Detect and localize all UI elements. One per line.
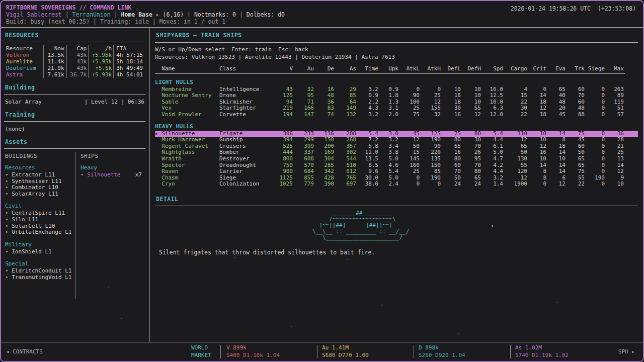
ship-row[interactable]: SpecterDreadnought7505702855108.54.61601… bbox=[155, 162, 638, 169]
ship-row[interactable]: ChasmSiege112585542876530.05.0019050653.… bbox=[155, 175, 638, 182]
ship-description: Silent frigates that throw distorted sil… bbox=[159, 249, 638, 256]
ship-stat: 119 bbox=[605, 99, 624, 106]
ship-stat: 16 bbox=[441, 112, 461, 118]
ship-class: Dreadnought bbox=[219, 162, 270, 169]
ship-row[interactable]: Nocturne SentryDrone1259548850.91.890251… bbox=[155, 93, 638, 99]
ship-cost: 765 bbox=[334, 175, 356, 182]
ship-cost: 750 bbox=[270, 162, 293, 169]
ship-cost: 32 bbox=[293, 86, 314, 93]
ship-stat: 0 bbox=[585, 99, 605, 106]
ship-stat: 0 bbox=[398, 175, 420, 182]
building-item-label: Synthesiser L11 bbox=[12, 178, 61, 185]
building-group-title: Resources bbox=[5, 164, 73, 171]
ship-cost: 43 bbox=[270, 86, 293, 93]
ship-row[interactable]: ▸ SilhouetteFrigate3062331162085.43.0451… bbox=[155, 131, 638, 137]
ship-row[interactable]: WraithDestroyer80060830454413.55.0145135… bbox=[155, 156, 638, 162]
ship-stat: 10 bbox=[461, 86, 481, 93]
ship-cost: 855 bbox=[293, 175, 314, 182]
ship-stat: 1.4 bbox=[481, 181, 503, 188]
resource-cap: 43k bbox=[66, 58, 89, 65]
resource-rate: ↑5.5k bbox=[88, 65, 113, 71]
bullet-icon: • bbox=[5, 223, 12, 229]
ship-stat: 4.7 bbox=[481, 156, 503, 162]
bullet-icon: • bbox=[5, 229, 12, 235]
ship-row[interactable]: CryoColonization102577939069738.02.40024… bbox=[155, 181, 638, 188]
ship-stat: 100 bbox=[398, 99, 420, 106]
ship-column-header: Max bbox=[605, 66, 624, 72]
ship-row[interactable]: VexStarfighter219166831494.33.1251553055… bbox=[155, 105, 638, 112]
ship-stat: 65 bbox=[441, 143, 461, 150]
ship-stat: 9 bbox=[605, 175, 624, 182]
ship-stat: 12.0 bbox=[481, 112, 503, 118]
ship-stat: 30 bbox=[441, 105, 461, 112]
ship-stat: 12 bbox=[398, 137, 420, 143]
ship-column-header: Time bbox=[356, 66, 378, 72]
ship-row[interactable]: Regent CaravelCruisers5253992003575.83.4… bbox=[155, 143, 638, 150]
ship-cost: 125 bbox=[270, 93, 293, 99]
ship-row[interactable]: SableSkirmisher947136642.21.310012181010… bbox=[155, 99, 638, 106]
market-price: V 899k bbox=[226, 344, 280, 351]
resource-now: 11.4k bbox=[43, 58, 66, 65]
ship-cost: 1125 bbox=[270, 175, 293, 182]
ship-stat: 6 bbox=[546, 175, 566, 182]
ship-stat: 0 bbox=[585, 93, 605, 99]
ship-name: Cryo bbox=[155, 181, 219, 188]
contracts-nav-button[interactable]: ◂ CONTRACTS bbox=[6, 348, 43, 355]
spu-nav-button[interactable]: SPU ▸ bbox=[618, 348, 635, 355]
ship-row[interactable]: Void ProwlerCorvette194147741323.22.0753… bbox=[155, 112, 638, 118]
ship-stat: 6.3 bbox=[481, 105, 503, 112]
ship-stat: 26 bbox=[461, 149, 481, 156]
ship-stat: 0.9 bbox=[378, 86, 398, 93]
ship-stat: 80 bbox=[441, 137, 461, 143]
ship-row[interactable]: MembraineIntelligence433216293.20.900101… bbox=[155, 86, 638, 93]
ship-stat: 25 bbox=[398, 105, 420, 112]
ship-name: Sable bbox=[155, 99, 219, 106]
ship-stat: 12 bbox=[420, 99, 441, 106]
ship-cost: 900 bbox=[270, 168, 293, 175]
ship-stat: 16 bbox=[527, 149, 546, 156]
ship-stat: 90 bbox=[398, 93, 420, 99]
ship-stat: 10 bbox=[546, 156, 566, 162]
ship-cost: 268 bbox=[334, 137, 356, 143]
market-spread: S400 D1.10k 1.04 bbox=[226, 351, 280, 359]
ship-class: Drone bbox=[219, 93, 270, 99]
ship-class: Gunship bbox=[219, 137, 270, 143]
ship-class: Bomber bbox=[219, 149, 270, 156]
ship-stat: 45 bbox=[398, 131, 420, 137]
ship-stat: 89 bbox=[605, 93, 624, 99]
building-item-label: TransmutingVoid L1 bbox=[12, 274, 71, 281]
ship-column-header: As bbox=[334, 66, 356, 72]
ship-row[interactable]: NightglassBomber44433716930211.03.815220… bbox=[155, 149, 638, 156]
base-coords: (6,16) bbox=[163, 11, 184, 18]
keybind-help: W/S or Up/Down select Enter: train Esc: … bbox=[155, 46, 638, 53]
ship-cost: 95 bbox=[293, 93, 314, 99]
ship-stat: 4.2 bbox=[481, 162, 503, 169]
ship-stat: 75 bbox=[566, 131, 585, 137]
world-market-label[interactable]: WORLD MARKET bbox=[191, 344, 211, 359]
ship-cost: 390 bbox=[314, 181, 334, 188]
faction-name: TerranUnion bbox=[72, 11, 111, 18]
buildings-column: BUILDINGS Resources• Extractor L11• Synt… bbox=[4, 152, 75, 299]
ship-stat: 50 bbox=[503, 149, 527, 156]
divider bbox=[4, 94, 145, 95]
divider bbox=[155, 42, 638, 43]
command-link-header: RIFTBORNE SOVEREIGNS // COMMAND LINK Vig… bbox=[1, 1, 643, 27]
ship-cost: 74 bbox=[314, 112, 334, 118]
resources-column-header: /h bbox=[88, 45, 113, 52]
ship-stat: 95 bbox=[461, 156, 481, 162]
ship-row[interactable]: Murk HarrowerGunship3942991502687.23.212… bbox=[155, 137, 638, 143]
ship-stat: 12 bbox=[503, 175, 527, 182]
ship-stat: 0 bbox=[398, 86, 420, 93]
ship-name: Void Prowler bbox=[155, 112, 219, 118]
resources-column-header: Now bbox=[43, 45, 66, 52]
ship-stat: 1900 bbox=[503, 181, 527, 188]
base-name[interactable]: Home Base bbox=[121, 11, 152, 18]
ship-class: Intelligence bbox=[219, 86, 270, 93]
ship-stat: 9.6 bbox=[356, 168, 378, 175]
ship-row[interactable]: RavenCarrier9006843426129.65.4258570804.… bbox=[155, 168, 638, 175]
ship-stat: 263 bbox=[605, 86, 624, 93]
resource-now: 21.9k bbox=[43, 65, 66, 71]
ship-cost: 684 bbox=[293, 168, 314, 175]
training-value: (none) bbox=[5, 126, 25, 132]
ship-stat: 13.5 bbox=[356, 156, 378, 162]
